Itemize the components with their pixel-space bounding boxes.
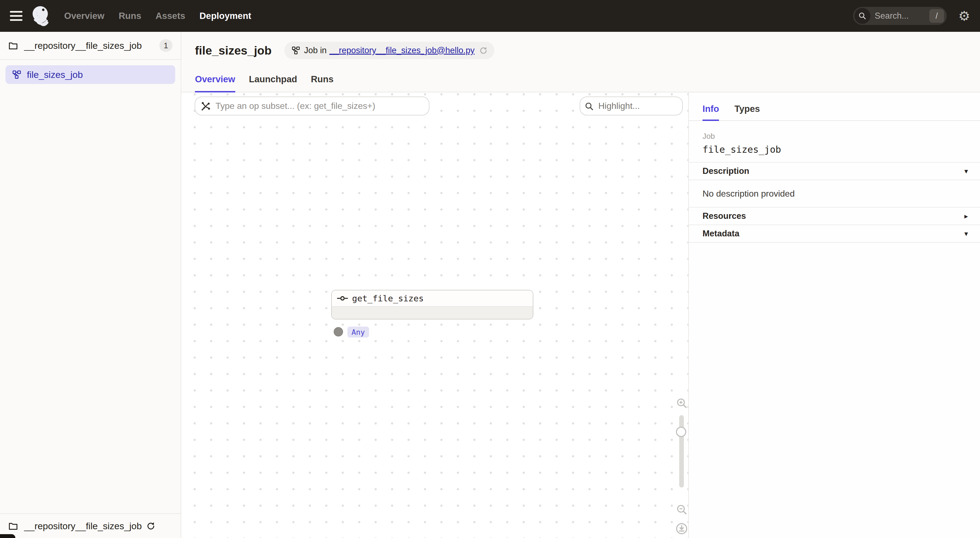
title-row: file_sizes_job Job in __repository__file… xyxy=(195,42,495,59)
search-input[interactable] xyxy=(875,11,921,21)
repo-location-link[interactable]: __repository__file_sizes_job@hello.py xyxy=(329,46,475,56)
zoom-slider-track[interactable] xyxy=(679,415,684,487)
section-resources-header[interactable]: Resources ▸ xyxy=(689,207,980,224)
tab-launchpad[interactable]: Launchpad xyxy=(249,74,297,92)
op-node-header: get_file_sizes xyxy=(332,290,533,307)
nav-item-assets[interactable]: Assets xyxy=(156,11,185,21)
highlight-input[interactable] xyxy=(580,97,682,115)
repo-name: __repository__file_sizes_job xyxy=(24,40,142,51)
section-metadata-header[interactable]: Metadata ▾ xyxy=(689,224,980,242)
section-description-header[interactable]: Description ▾ xyxy=(689,162,980,180)
nav-item-runs[interactable]: Runs xyxy=(119,11,142,21)
recenter-graph-icon[interactable] xyxy=(676,523,688,535)
search-icon xyxy=(585,102,594,111)
section-description-body: No description provided xyxy=(689,180,980,207)
tab-overview[interactable]: Overview xyxy=(195,74,235,92)
section-title: Resources xyxy=(703,211,746,221)
folder-icon xyxy=(8,41,18,50)
dagster-app: Overview Runs Assets Deployment / ⚙ __re… xyxy=(0,0,980,538)
op-node-get-file-sizes[interactable]: get_file_sizes xyxy=(331,290,533,320)
refresh-icon[interactable] xyxy=(479,46,487,54)
nav-right: / ⚙ xyxy=(853,7,970,25)
caret-down-icon: ▾ xyxy=(964,167,968,175)
op-selector-icon xyxy=(200,101,211,112)
search-shortcut-badge: / xyxy=(929,9,944,23)
section-title: Description xyxy=(703,166,749,176)
info-panel: Info Types Job file_sizes_job Descriptio… xyxy=(689,92,980,538)
sidebar-item-file-sizes-job[interactable]: file_sizes_job xyxy=(5,65,175,84)
repo-count-badge: 1 xyxy=(159,39,172,52)
job-name: file_sizes_job xyxy=(703,144,966,155)
sidebar-item-label: file_sizes_job xyxy=(27,69,83,80)
zoom-slider-handle[interactable] xyxy=(676,427,686,437)
nav-item-deployment[interactable]: Deployment xyxy=(200,11,251,21)
job-context-pill: Job in __repository__file_sizes_job@hell… xyxy=(284,42,495,59)
caret-right-icon: ▸ xyxy=(964,212,968,220)
toast-corner xyxy=(0,534,15,538)
zoom-out-icon[interactable] xyxy=(676,504,687,515)
op-graph-canvas[interactable]: get_file_sizes Any xyxy=(181,92,689,538)
global-search[interactable]: / xyxy=(853,7,947,25)
job-block: Job file_sizes_job xyxy=(689,121,980,162)
tab-info[interactable]: Info xyxy=(703,103,719,121)
caret-down-icon: ▾ xyxy=(964,229,968,238)
job-icon xyxy=(291,46,300,55)
tab-types[interactable]: Types xyxy=(734,103,760,121)
tab-runs[interactable]: Runs xyxy=(311,74,334,92)
sidebar-repo-row[interactable]: __repository__file_sizes_job 1 xyxy=(0,32,181,60)
info-panel-tabs: Info Types xyxy=(689,92,980,121)
page-title: file_sizes_job xyxy=(195,44,272,57)
op-io-icon xyxy=(337,296,348,301)
op-output-port xyxy=(334,327,343,336)
folder-icon xyxy=(8,522,18,530)
main-tabs: Overview Launchpad Runs xyxy=(195,74,333,92)
sidebar-footer: __repository__file_sizes_job xyxy=(0,513,181,538)
top-nav: Overview Runs Assets Deployment / ⚙ xyxy=(0,0,980,32)
op-node-name: get_file_sizes xyxy=(352,293,424,303)
hamburger-menu-icon[interactable] xyxy=(10,11,22,21)
highlight-field xyxy=(580,97,683,115)
nav-item-overview[interactable]: Overview xyxy=(64,11,105,21)
footer-repo-name: __repository__file_sizes_job xyxy=(24,521,142,532)
job-label: Job xyxy=(703,132,966,141)
op-output-type-badge[interactable]: Any xyxy=(347,326,369,337)
nav-links: Overview Runs Assets Deployment xyxy=(64,11,251,21)
job-icon xyxy=(12,70,21,79)
op-node-body xyxy=(332,307,533,319)
op-subset-field xyxy=(195,97,430,115)
zoom-in-icon[interactable] xyxy=(676,397,687,409)
gear-icon[interactable]: ⚙ xyxy=(958,10,970,22)
sidebar: __repository__file_sizes_job 1 file_size… xyxy=(0,32,181,538)
op-subset-input[interactable] xyxy=(195,97,429,115)
search-icon xyxy=(854,8,870,24)
section-divider xyxy=(689,242,980,243)
main-header: file_sizes_job Job in __repository__file… xyxy=(181,32,980,92)
context-prefix: Job in xyxy=(304,46,327,56)
refresh-icon[interactable] xyxy=(146,522,155,530)
section-title: Metadata xyxy=(703,229,739,239)
dagster-logo-icon[interactable] xyxy=(30,5,52,27)
